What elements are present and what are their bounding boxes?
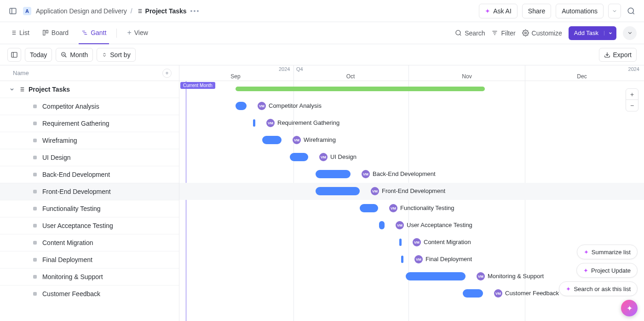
task-bar[interactable]	[406, 272, 466, 280]
task-row[interactable]: Customer Feedback	[0, 285, 179, 302]
task-row[interactable]: UI Design	[0, 149, 179, 166]
breadcrumb: Application Design and Delivery / Projec…	[36, 7, 200, 15]
list-icon	[18, 86, 25, 93]
page-title: Project Tasks	[145, 7, 187, 15]
automations-dropdown-icon[interactable]	[608, 4, 621, 18]
svg-rect-16	[43, 30, 45, 35]
add-view-button[interactable]: + View	[124, 22, 150, 44]
collapse-sidebar-icon[interactable]	[7, 6, 18, 17]
summary-bar[interactable]	[236, 87, 485, 91]
sort-by-label: Sort by	[110, 51, 130, 58]
avatar[interactable]: VM	[396, 221, 404, 229]
ask-ai-button[interactable]: ✦ Ask AI	[479, 4, 518, 18]
zoom-out-button[interactable]: −	[626, 100, 638, 111]
filter-button[interactable]: Filter	[491, 29, 515, 37]
task-bar[interactable]	[316, 170, 351, 178]
more-options-icon[interactable]: •••	[190, 7, 200, 15]
avatar[interactable]: VM	[389, 204, 397, 212]
search-button[interactable]: Search	[455, 29, 485, 37]
tab-list[interactable]: List	[7, 22, 32, 44]
svg-rect-0	[10, 8, 16, 14]
task-bar[interactable]	[316, 187, 360, 195]
avatar[interactable]: VM	[413, 238, 421, 246]
today-button[interactable]: Today	[25, 48, 52, 62]
export-button[interactable]: Export	[599, 48, 637, 62]
main-area: Name + Project Tasks Competitor Analysis…	[0, 65, 644, 321]
task-row[interactable]: Content Migration	[0, 234, 179, 251]
task-row[interactable]: Monitoring & Support	[0, 268, 179, 285]
sparkle-icon: ✦	[485, 7, 490, 15]
summarize-list-pill[interactable]: ✦Summarize list	[577, 245, 638, 259]
group-row[interactable]: Project Tasks	[0, 81, 179, 98]
task-bar[interactable]	[262, 136, 282, 144]
task-bar[interactable]	[290, 153, 308, 161]
project-update-pill[interactable]: ✦Project Update	[576, 263, 638, 278]
task-row[interactable]: Functionality Testing	[0, 200, 179, 217]
sort-icon	[102, 52, 107, 58]
sort-by-button[interactable]: Sort by	[97, 48, 135, 62]
task-row[interactable]: Final Deployment	[0, 251, 179, 268]
gantt-row: VMUI Design	[179, 149, 644, 166]
share-button[interactable]: Share	[522, 4, 551, 18]
avatar[interactable]: VM	[319, 153, 328, 161]
task-row[interactable]: Back-End Development	[0, 166, 179, 183]
task-bar-label: Customer Feedback	[505, 290, 559, 297]
month-nov: Nov	[462, 73, 472, 80]
avatar[interactable]: VM	[293, 136, 301, 144]
download-icon	[604, 52, 610, 58]
add-task-button[interactable]: Add Task	[569, 26, 616, 40]
tab-gantt[interactable]: Gantt	[79, 22, 109, 44]
avatar[interactable]: VM	[258, 102, 266, 110]
task-bar[interactable]	[401, 256, 403, 263]
task-bar[interactable]	[463, 289, 483, 298]
task-name: Customer Feedback	[42, 290, 100, 298]
zoom-month-label: Month	[70, 51, 88, 58]
panel-toggle-icon[interactable]	[7, 48, 21, 62]
task-bar[interactable]	[379, 221, 385, 229]
task-row[interactable]: Competitor Analysis	[0, 98, 179, 115]
zoom-month-button[interactable]: Month	[56, 48, 93, 62]
customize-button[interactable]: Customize	[522, 29, 562, 37]
tab-gantt-label: Gantt	[91, 29, 106, 36]
breadcrumb-parent[interactable]: Application Design and Delivery	[36, 7, 127, 15]
task-bar[interactable]	[399, 239, 402, 246]
task-bar[interactable]	[253, 119, 255, 127]
search-global-icon[interactable]	[626, 6, 637, 17]
avatar[interactable]: VM	[477, 272, 485, 280]
avatar[interactable]: VM	[414, 255, 423, 263]
status-dot	[33, 190, 37, 193]
avatar[interactable]: VM	[362, 170, 370, 178]
current-month-badge: Current Month	[180, 82, 215, 89]
add-task-dropdown-icon[interactable]	[604, 31, 616, 35]
divider	[116, 29, 117, 38]
task-row[interactable]: Requirement Gathering	[0, 115, 179, 132]
quarter-label: Q4	[296, 66, 303, 72]
search-label: Search	[465, 29, 485, 37]
avatar[interactable]: VM	[494, 289, 502, 298]
avatar[interactable]: VM	[266, 119, 275, 127]
search-list-pill[interactable]: ✦Search or ask this list	[559, 281, 638, 296]
breadcrumb-current[interactable]: Project Tasks	[136, 7, 187, 15]
task-row[interactable]: Wireframing	[0, 132, 179, 149]
task-bar[interactable]	[236, 102, 247, 110]
tab-board[interactable]: Board	[40, 22, 71, 44]
breadcrumb-separator: /	[131, 7, 132, 15]
task-row[interactable]: User Acceptance Testing	[0, 217, 179, 234]
search-list-label: Search or ask this list	[574, 286, 631, 292]
task-row[interactable]: Front-End Development	[0, 183, 179, 200]
status-dot	[33, 224, 37, 228]
more-circle-button[interactable]	[623, 26, 637, 40]
task-bar-label: UI Design	[330, 153, 356, 160]
automations-button[interactable]: Automations	[556, 4, 604, 18]
top-bar: A Application Design and Delivery / Proj…	[0, 0, 644, 22]
zoom-in-button[interactable]: +	[626, 89, 638, 100]
task-bar[interactable]	[360, 204, 378, 212]
sidebar-header: Name +	[0, 65, 179, 81]
name-column-header: Name	[13, 70, 29, 76]
add-column-icon[interactable]: +	[162, 69, 172, 78]
avatar[interactable]: VM	[371, 187, 379, 195]
chevron-down-icon[interactable]	[9, 87, 15, 92]
sparkle-icon: ✦	[627, 304, 632, 313]
ai-fab-button[interactable]: ✦	[621, 300, 638, 316]
task-name: User Acceptance Testing	[42, 222, 113, 229]
